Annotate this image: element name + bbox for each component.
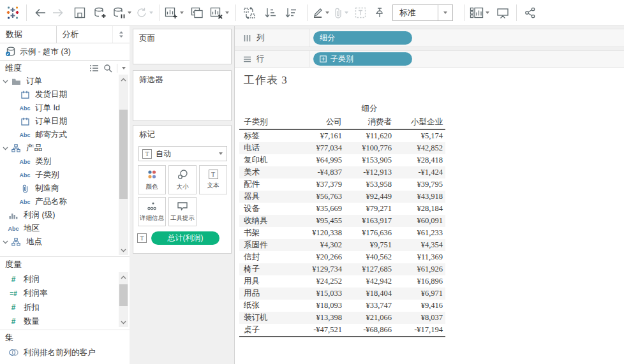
- value-cell[interactable]: ¥28,418: [394, 154, 445, 166]
- value-cell[interactable]: ¥92,449: [345, 191, 394, 203]
- undo-button[interactable]: [33, 4, 48, 22]
- pause-updates-button[interactable]: [113, 7, 133, 19]
- color-button[interactable]: 颜色: [138, 165, 166, 194]
- pages-card[interactable]: 页面: [133, 29, 232, 64]
- sheet-title[interactable]: 工作表 3: [244, 73, 288, 87]
- row-label-cell[interactable]: 装订机: [239, 312, 293, 324]
- value-cell[interactable]: ¥43,918: [394, 191, 445, 203]
- value-cell[interactable]: ¥28,184: [394, 203, 445, 215]
- dimension-item[interactable]: 地点: [0, 235, 118, 249]
- value-cell[interactable]: ¥40,562: [345, 251, 394, 263]
- measures-scrollbar[interactable]: [119, 272, 128, 327]
- clear-sheet-button[interactable]: [210, 7, 231, 19]
- value-cell[interactable]: ¥53,958: [345, 178, 394, 191]
- dimension-item[interactable]: Abc类别: [0, 155, 118, 168]
- sort-descending-button[interactable]: [283, 4, 298, 22]
- dimension-item[interactable]: 订单日期: [0, 115, 118, 128]
- value-cell[interactable]: -¥17,194: [394, 324, 445, 337]
- value-cell[interactable]: ¥16,896: [394, 275, 445, 288]
- scroll-up-icon[interactable]: [119, 75, 128, 84]
- filters-card[interactable]: 筛选器: [133, 70, 232, 121]
- rows-shelf[interactable]: 行 子类别: [235, 50, 624, 68]
- measure-item[interactable]: =#利润率: [0, 286, 118, 300]
- tab-analytics[interactable]: 分析: [56, 26, 113, 43]
- value-cell[interactable]: ¥77,034: [293, 142, 345, 154]
- presentation-mode-button[interactable]: [495, 4, 510, 22]
- measure-item[interactable]: #折扣: [0, 300, 118, 314]
- value-cell[interactable]: ¥9,751: [345, 239, 394, 251]
- value-cell[interactable]: ¥56,763: [293, 191, 345, 203]
- new-worksheet-button[interactable]: [165, 7, 186, 19]
- sort-ascending-button[interactable]: [262, 4, 278, 22]
- value-cell[interactable]: ¥33,747: [345, 300, 394, 312]
- detail-button[interactable]: 详细信息: [138, 197, 166, 226]
- value-cell[interactable]: ¥64,995: [293, 154, 345, 166]
- value-cell[interactable]: ¥5,174: [394, 129, 445, 142]
- value-cell[interactable]: ¥18,093: [293, 300, 345, 312]
- row-header-label[interactable]: 子类别: [239, 115, 293, 129]
- fit-selector-dropdown[interactable]: [438, 5, 452, 20]
- value-cell[interactable]: ¥8,037: [394, 312, 445, 324]
- pane-sort-control[interactable]: [112, 26, 130, 43]
- row-label-cell[interactable]: 纸张: [239, 300, 293, 312]
- save-button[interactable]: [72, 4, 87, 22]
- value-cell[interactable]: ¥6,971: [394, 288, 445, 300]
- row-label-cell[interactable]: 系固件: [239, 239, 293, 251]
- value-cell[interactable]: ¥11,620: [345, 129, 394, 142]
- chevron-down-icon[interactable]: [128, 11, 131, 14]
- expand-plus-icon[interactable]: [320, 55, 327, 62]
- value-cell[interactable]: ¥37,379: [293, 178, 345, 191]
- row-label-cell[interactable]: 标签: [239, 129, 293, 142]
- chevron-down-icon[interactable]: [225, 11, 229, 14]
- value-cell[interactable]: ¥35,669: [293, 203, 345, 215]
- pane-menu-caret-icon[interactable]: [122, 67, 126, 69]
- swap-rows-columns-button[interactable]: [242, 4, 257, 22]
- row-label-cell[interactable]: 电话: [239, 142, 293, 154]
- value-cell[interactable]: ¥120,338: [293, 227, 345, 239]
- dimension-pill[interactable]: 细分: [313, 31, 412, 45]
- value-cell[interactable]: ¥24,252: [293, 275, 345, 288]
- dimension-item[interactable]: Abc邮寄方式: [0, 128, 118, 142]
- row-label-cell[interactable]: 复印机: [239, 154, 293, 166]
- row-label-cell[interactable]: 美术: [239, 166, 293, 178]
- dimension-item[interactable]: Abc地区: [0, 222, 118, 235]
- value-cell[interactable]: ¥9,416: [394, 300, 445, 312]
- measure-item[interactable]: #利润: [0, 272, 118, 286]
- size-button[interactable]: 大小: [168, 165, 197, 194]
- dimensions-scrollbar[interactable]: [119, 75, 128, 255]
- add-datasource-button[interactable]: [93, 4, 108, 22]
- scroll-down-icon[interactable]: [119, 245, 128, 255]
- chevron-down-icon[interactable]: [486, 11, 489, 14]
- measure-item[interactable]: #数量: [0, 314, 118, 328]
- dimension-item[interactable]: Abc订单 Id: [0, 101, 118, 115]
- row-label-cell[interactable]: 用品: [239, 288, 293, 300]
- value-cell[interactable]: ¥7,161: [293, 129, 345, 142]
- table-group-header[interactable]: 细分: [293, 102, 445, 115]
- dimension-item[interactable]: 制造商: [0, 182, 118, 195]
- chevron-down-icon[interactable]: [325, 11, 329, 14]
- chevron-down-icon[interactable]: [2, 146, 9, 150]
- fix-axes-button[interactable]: [372, 4, 387, 22]
- chevron-down-icon[interactable]: [2, 240, 9, 244]
- table-column-header[interactable]: 公司: [293, 115, 345, 129]
- value-cell[interactable]: -¥12,913: [345, 166, 394, 178]
- value-cell[interactable]: ¥176,636: [345, 227, 394, 239]
- dimension-item[interactable]: Abc子类别: [0, 168, 118, 182]
- row-label-cell[interactable]: 收纳具: [239, 215, 293, 227]
- datasource-item[interactable]: 示例 - 超市 (3): [0, 43, 130, 61]
- value-cell[interactable]: ¥79,271: [345, 203, 394, 215]
- scroll-down-icon[interactable]: [119, 317, 128, 327]
- dimension-pill[interactable]: 子类别: [313, 52, 412, 66]
- table-column-header[interactable]: 小型企业: [394, 115, 445, 129]
- duplicate-sheet-button[interactable]: [189, 4, 205, 22]
- value-cell[interactable]: ¥61,233: [394, 227, 445, 239]
- value-cell[interactable]: ¥11,369: [394, 251, 445, 263]
- row-label-cell[interactable]: 信封: [239, 251, 293, 263]
- set-item[interactable]: 利润排名前列的客户: [0, 346, 130, 360]
- tooltip-button[interactable]: 工具提示: [168, 197, 197, 226]
- fit-selector[interactable]: 标准: [392, 4, 453, 21]
- columns-shelf[interactable]: 列 细分: [235, 29, 624, 47]
- value-cell[interactable]: ¥61,926: [394, 263, 445, 275]
- dimension-item[interactable]: 产品: [0, 142, 118, 155]
- highlight-button[interactable]: [312, 7, 331, 18]
